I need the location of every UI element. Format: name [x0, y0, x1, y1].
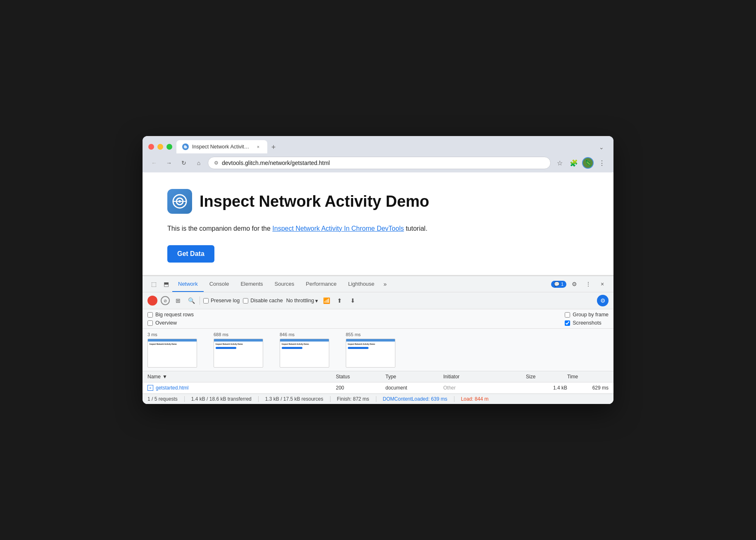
thumb-content-2: Inspect Network Activity Demo: [214, 342, 263, 367]
status-col: 200: [336, 385, 385, 391]
screenshot-time-3: 846 ms: [280, 332, 295, 337]
description-prefix: This is the companion demo for the: [167, 225, 272, 232]
throttle-arrow: ▾: [315, 298, 318, 304]
disable-cache-label[interactable]: Disable cache: [243, 298, 283, 303]
screenshot-thumb-1[interactable]: Inspect Network Activity Demo: [147, 339, 197, 368]
clear-button[interactable]: ⊘: [161, 296, 170, 305]
new-tab-button[interactable]: +: [267, 141, 280, 153]
minimize-window-button[interactable]: [157, 144, 163, 150]
search-button[interactable]: 🔍: [186, 296, 196, 306]
screenshot-thumb-4[interactable]: Inspect Network Activity Demo: [346, 339, 395, 368]
more-tabs-button[interactable]: »: [380, 276, 390, 292]
col-time[interactable]: Time: [567, 374, 609, 380]
reload-button[interactable]: ↻: [178, 157, 190, 169]
resources-size: 1.3 kB / 17.5 kB resources: [265, 396, 330, 402]
maximize-window-button[interactable]: [166, 144, 172, 150]
tab-elements[interactable]: Elements: [235, 276, 269, 292]
filter-button[interactable]: ⊞: [173, 296, 183, 306]
col-status-label: Status: [336, 374, 350, 380]
overview-option[interactable]: Overview: [147, 320, 565, 326]
tab-network[interactable]: Network: [172, 276, 204, 292]
tab-performance[interactable]: Performance: [300, 276, 342, 292]
time-col: 629 ms: [567, 385, 609, 391]
back-button[interactable]: ←: [148, 157, 160, 169]
group-frame-checkbox[interactable]: [565, 312, 570, 318]
devtools-link[interactable]: Inspect Network Activity In Chrome DevTo…: [272, 225, 404, 232]
devtools-settings-button[interactable]: ⚙: [568, 276, 580, 292]
screenshot-item-1: 3 ms Inspect Network Activity Demo: [147, 332, 197, 368]
record-button[interactable]: [147, 296, 157, 306]
col-time-label: Time: [567, 374, 578, 380]
options-row: Big request rows Overview Group by frame…: [143, 309, 613, 329]
tab-close-button[interactable]: ×: [255, 143, 262, 150]
overview-label: Overview: [155, 320, 177, 326]
col-name-label: Name: [147, 374, 161, 380]
tab-sources[interactable]: Sources: [269, 276, 300, 292]
screenshot-item-3: 846 ms Inspect Network Activity Demo: [280, 332, 329, 368]
page-content: Inspect Network Activity Demo This is th…: [143, 172, 613, 275]
tab-lighthouse[interactable]: Lighthouse: [342, 276, 380, 292]
col-size[interactable]: Size: [526, 374, 567, 380]
preserve-log-checkbox[interactable]: [203, 298, 209, 303]
options-left: Big request rows Overview: [147, 312, 565, 326]
tab-title: Inspect Network Activity Dem: [192, 144, 252, 150]
col-type[interactable]: Type: [385, 374, 443, 380]
screenshot-thumb-2[interactable]: Inspect Network Activity Demo: [214, 339, 263, 368]
screenshots-checkbox[interactable]: [565, 320, 570, 326]
tab-expand-button[interactable]: ⌄: [595, 141, 608, 153]
page-title: Inspect Network Activity Demo: [200, 193, 429, 210]
download-button[interactable]: ⬇: [348, 296, 358, 306]
url-text: devtools.glitch.me/network/getstarted.ht…: [222, 160, 544, 166]
size-col: 1.4 kB: [526, 385, 567, 391]
disable-cache-text: Disable cache: [250, 298, 283, 303]
title-bar: Inspect Network Activity Dem × + ⌄: [143, 136, 613, 153]
bookmark-button[interactable]: ☆: [554, 157, 566, 169]
devtools-cursor-icon[interactable]: ⬚: [147, 276, 160, 292]
thumb-blue-bar-3: [282, 347, 302, 349]
get-data-button[interactable]: Get Data: [167, 245, 214, 263]
disable-cache-checkbox[interactable]: [243, 298, 248, 303]
page-header: Inspect Network Activity Demo: [167, 189, 589, 214]
devtools-tab-bar: ⬚ ⬒ Network Console Elements Sources Per…: [143, 276, 613, 292]
network-settings-button[interactable]: ⚙: [597, 295, 609, 306]
devtools-tabs: Network Console Elements Sources Perform…: [172, 276, 551, 292]
col-status[interactable]: Status: [336, 374, 385, 380]
big-rows-label: Big request rows: [155, 312, 194, 318]
overview-checkbox[interactable]: [147, 320, 153, 326]
big-rows-checkbox[interactable]: [147, 312, 153, 318]
network-table-header: Name ▼ Status Type Initiator Size Time: [143, 371, 613, 382]
profile-button[interactable]: 🦎: [582, 157, 594, 169]
table-row[interactable]: ≡ getstarted.html 200 document Other 1.4…: [143, 382, 613, 394]
col-initiator[interactable]: Initiator: [443, 374, 526, 380]
browser-menu-button[interactable]: ⋮: [596, 157, 608, 169]
forward-button[interactable]: →: [163, 157, 175, 169]
page-description: This is the companion demo for the Inspe…: [167, 224, 589, 234]
thumb-blue-bar-4: [348, 347, 368, 349]
throttle-selector[interactable]: No throttling ▾: [286, 298, 318, 304]
screenshots-timeline: 3 ms Inspect Network Activity Demo 688 m…: [147, 332, 609, 368]
thumb-content-3: Inspect Network Activity Demo: [280, 342, 329, 367]
initiator-col: Other: [443, 385, 526, 391]
home-button[interactable]: ⌂: [193, 157, 204, 169]
col-name[interactable]: Name ▼: [147, 374, 336, 380]
devtools-close-button[interactable]: ×: [596, 276, 609, 292]
devtools-inspect-icon[interactable]: ⬒: [160, 276, 172, 292]
devtools-more-button[interactable]: ⋮: [582, 276, 594, 292]
file-type-icon: ≡: [147, 385, 153, 391]
wifi-icon-button[interactable]: 📶: [321, 296, 331, 306]
nav-actions: ☆ 🧩 🦎 ⋮: [554, 157, 608, 169]
tab-console[interactable]: Console: [204, 276, 235, 292]
active-tab[interactable]: Inspect Network Activity Dem ×: [176, 140, 267, 153]
extensions-button[interactable]: 🧩: [568, 157, 580, 169]
close-window-button[interactable]: [148, 144, 154, 150]
screenshot-thumb-3[interactable]: Inspect Network Activity Demo: [280, 339, 329, 368]
page-logo: [167, 189, 192, 214]
group-frame-option[interactable]: Group by frame: [565, 312, 609, 318]
big-rows-option[interactable]: Big request rows: [147, 312, 565, 318]
address-bar[interactable]: ⚙ devtools.glitch.me/network/getstarted.…: [208, 157, 551, 169]
thumb-blue-bar-2: [216, 347, 236, 349]
devtools-actions: 💬 1 ⚙ ⋮ ×: [551, 276, 609, 292]
upload-button[interactable]: ⬆: [335, 296, 345, 306]
screenshots-option[interactable]: Screenshots: [565, 320, 609, 326]
preserve-log-label[interactable]: Preserve log: [203, 298, 240, 303]
